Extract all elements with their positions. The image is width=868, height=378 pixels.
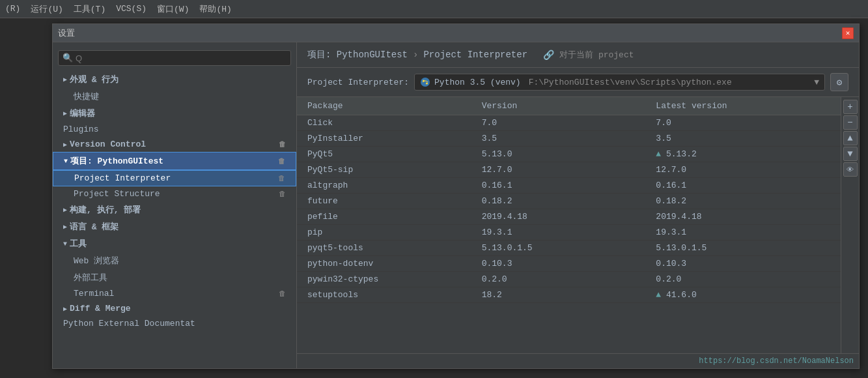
sidebar-item-build[interactable]: 构建, 执行, 部署 <box>53 201 296 218</box>
table-row: pip19.3.119.3.1 <box>297 225 841 240</box>
sidebar-item-label: Diff & Merge <box>70 304 131 313</box>
package-name: PyQt5-sip <box>307 164 482 176</box>
sidebar-item-label: 快捷键 <box>74 91 99 102</box>
package-version: 0.16.1 <box>482 179 656 192</box>
delete-icon[interactable]: 🗑 <box>278 174 285 182</box>
package-version: 19.3.1 <box>482 226 656 239</box>
arrow-icon <box>63 141 67 149</box>
svg-point-0 <box>421 78 430 87</box>
sidebar-item-label: 编辑器 <box>70 108 95 119</box>
sidebar-item-appearance[interactable]: 外观 & 行为 <box>53 71 296 88</box>
sidebar-item-diff-merge[interactable]: Diff & Merge <box>53 301 296 316</box>
sidebar-item-tools[interactable]: 工具 <box>53 235 296 252</box>
package-version: 12.7.0 <box>482 164 656 176</box>
arrow-icon <box>64 158 68 165</box>
menu-run[interactable]: (R) <box>5 4 20 14</box>
sidebar-item-plugins[interactable]: Plugins <box>53 122 296 137</box>
package-name: future <box>307 195 482 207</box>
interpreter-name: Python 3.5 (venv) <box>434 78 521 87</box>
sidebar-item-label: 工具 <box>70 238 87 250</box>
close-button[interactable]: ✕ <box>842 27 854 39</box>
table-row: PyInstaller3.53.5 <box>297 131 841 147</box>
table-row: PyQt5-sip12.7.012.7.0 <box>297 162 841 178</box>
sidebar-item-label: Terminal <box>74 289 114 298</box>
package-latest: 19.3.1 <box>656 226 830 239</box>
add-package-button[interactable]: + <box>843 100 858 114</box>
sidebar-item-version-control[interactable]: Version Control 🗑 <box>53 137 296 152</box>
package-name: altgraph <box>307 179 482 192</box>
table-row: python-dotenv0.10.30.10.3 <box>297 256 841 272</box>
col-version: Version <box>482 100 656 112</box>
arrow-icon <box>63 223 67 231</box>
scroll-down-button[interactable]: ▼ <box>843 147 858 161</box>
arrow-icon <box>63 206 67 214</box>
gear-icon: ⚙ <box>837 77 842 88</box>
top-menu-bar: (R) 运行(U) 工具(T) VCS(S) 窗口(W) 帮助(H) <box>0 0 868 18</box>
breadcrumb: 项目: PythonGUItest › Project Interpreter … <box>297 42 859 68</box>
context-link[interactable]: 对于当前 project <box>559 49 634 61</box>
package-name: Click <box>307 117 482 129</box>
search-input[interactable] <box>76 53 287 63</box>
package-latest: 7.0 <box>656 117 830 129</box>
table-row: future0.18.20.18.2 <box>297 194 841 209</box>
sidebar-item-label: 语言 & 框架 <box>70 221 119 233</box>
sidebar-item-project-interpreter[interactable]: Project Interpreter 🗑 <box>53 170 296 186</box>
menu-vcs[interactable]: VCS(S) <box>116 4 147 14</box>
package-version: 0.18.2 <box>482 195 656 207</box>
arrow-icon <box>63 240 67 248</box>
menu-help[interactable]: 帮助(H) <box>199 3 231 15</box>
col-latest: Latest version <box>656 100 830 112</box>
sidebar-item-label: Version Control <box>70 139 146 149</box>
upgrade-arrow-icon: ▲ <box>656 149 666 159</box>
delete-icon[interactable]: 🗑 <box>278 157 285 166</box>
search-box[interactable]: 🔍 <box>58 50 291 66</box>
sidebar-item-project[interactable]: 项目: PythonGUItest 🗑 <box>53 152 296 170</box>
sidebar-item-external-tools[interactable]: 外部工具 <box>53 269 296 286</box>
sidebar-item-editor[interactable]: 编辑器 <box>53 105 296 122</box>
delete-icon[interactable]: 🗑 <box>279 190 286 198</box>
menu-execute[interactable]: 运行(U) <box>31 3 63 15</box>
sidebar-item-web-browser[interactable]: Web 浏览器 <box>53 252 296 269</box>
arrow-icon <box>63 76 67 83</box>
package-latest: 12.7.0 <box>656 164 830 176</box>
bottom-bar: https://blog.csdn.net/NoamaNelson <box>297 353 859 368</box>
python-icon <box>420 77 430 87</box>
svg-point-2 <box>426 83 428 85</box>
interpreter-path: F:\PythonGUItest\venv\Scripts\python.exe <box>529 78 732 87</box>
arrow-icon <box>63 109 67 117</box>
package-version: 3.5 <box>482 132 656 145</box>
delete-icon[interactable]: 🗑 <box>279 289 286 298</box>
breadcrumb-separator: › <box>413 50 418 60</box>
table-row: setuptools18.2▲ 41.6.0 <box>297 287 841 303</box>
arrow-icon <box>63 305 67 313</box>
delete-icon[interactable]: 🗑 <box>279 140 286 149</box>
package-name: python-dotenv <box>307 257 482 270</box>
gear-button[interactable]: ⚙ <box>830 73 848 91</box>
sidebar-item-label: 项目: PythonGUItest <box>70 155 163 167</box>
package-name: pyqt5-tools <box>307 242 482 254</box>
package-version: 18.2 <box>482 289 656 301</box>
sidebar-item-label: Python External Documentat <box>63 319 195 328</box>
sidebar-item-lang[interactable]: 语言 & 框架 <box>53 218 296 235</box>
sidebar-item-terminal[interactable]: Terminal 🗑 <box>53 286 296 301</box>
package-latest: 3.5 <box>656 132 830 145</box>
sidebar-item-project-structure[interactable]: Project Structure 🗑 <box>53 186 296 201</box>
package-name: pefile <box>307 211 482 223</box>
csdn-link[interactable]: https://blog.csdn.net/NoamaNelson <box>699 356 854 366</box>
menu-tools[interactable]: 工具(T) <box>74 3 105 15</box>
sidebar-item-keymap[interactable]: 快捷键 <box>53 88 296 105</box>
interpreter-dropdown[interactable]: Python 3.5 (venv) F:\PythonGUItest\venv\… <box>414 74 825 91</box>
dropdown-arrow-icon: ▼ <box>814 78 819 87</box>
remove-package-button[interactable]: − <box>843 115 858 130</box>
scroll-up-button[interactable]: ▲ <box>843 131 858 145</box>
table-body: Click7.07.0PyInstaller3.53.5PyQt55.13.0▲… <box>297 115 841 353</box>
package-latest: 0.18.2 <box>656 195 830 207</box>
dialog-title-bar: 设置 ✕ <box>53 24 859 42</box>
menu-window[interactable]: 窗口(W) <box>157 3 189 15</box>
col-package: Package <box>307 100 482 112</box>
eye-button[interactable]: 👁 <box>843 162 858 177</box>
package-version: 0.2.0 <box>482 273 656 285</box>
sidebar-item-python-doc[interactable]: Python External Documentat <box>53 316 296 331</box>
table-row: PyQt55.13.0▲ 5.13.2 <box>297 147 841 162</box>
table-row: altgraph0.16.10.16.1 <box>297 178 841 194</box>
